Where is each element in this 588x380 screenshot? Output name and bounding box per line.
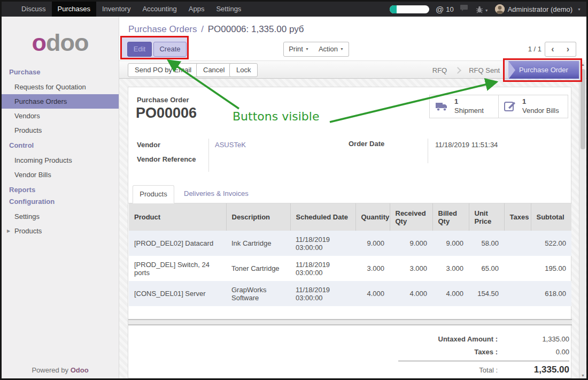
horizontal-scrollbar[interactable] (128, 319, 572, 325)
breadcrumb: Purchase Orders / PO00006: 1,335.00 руб (119, 17, 586, 35)
scrollbar-thumb[interactable] (581, 69, 585, 149)
scroll-down-icon[interactable]: ▼ (579, 374, 586, 377)
sidebar-item-settings[interactable]: Settings (2, 209, 119, 224)
sidebar-item-requests-for-quotation[interactable]: Requests for Quotation (2, 80, 119, 94)
col-description[interactable]: Description (226, 203, 290, 231)
vendor-label: Vendor (137, 141, 160, 149)
control-panel: Edit Create Print▼ Action▼ 1 / 1 ‹ › (119, 35, 586, 58)
cell-quantity: 4.000 (355, 281, 390, 306)
sidebar-section-purchase: Purchase (2, 64, 119, 80)
cell-product: [CONS_DEL01] Server (129, 281, 226, 306)
vertical-scrollbar[interactable]: ▲ ▼ (579, 62, 586, 378)
messages-icon[interactable] (460, 4, 469, 14)
sidebar-item-products[interactable]: Products (2, 123, 119, 138)
pager-value: 1 / 1 (517, 45, 541, 53)
table-row[interactable]: [PROD_DEL02] Datacard Ink Cartridge 11/1… (129, 231, 571, 256)
cell-product: [PROD_DEL02] Datacard (129, 231, 226, 256)
edit-note-icon (504, 101, 517, 112)
field-separator (428, 139, 428, 163)
status-rfq-sent[interactable]: RFQ Sent (461, 66, 507, 74)
table-header-row: Product Description Scheduled Date Quant… (129, 203, 571, 231)
table-row[interactable]: [CONS_DEL01] Server GrapWorks Software 1… (129, 281, 571, 306)
vendor-bills-stat-button[interactable]: 1Vendor Bills (499, 95, 568, 118)
edit-button[interactable]: Edit (127, 42, 152, 57)
col-scheduled-date[interactable]: Scheduled Date (290, 203, 355, 231)
shipment-count: 1 (454, 97, 484, 107)
sidebar-item-incoming-products[interactable]: Incoming Products (2, 153, 119, 168)
user-menu[interactable]: Administrator (demo) ▼ (495, 4, 581, 14)
nav-inventory[interactable]: Inventory (96, 2, 136, 17)
sidebar-item-purchase-orders[interactable]: Purchase Orders (2, 94, 119, 109)
expander-icon[interactable]: ▶ (7, 229, 10, 233)
nav-accounting[interactable]: Accounting (136, 2, 182, 17)
cell-scheduled-date: 11/18/2019 03:00:00 (290, 281, 355, 306)
taxes-value: 0.00 (510, 348, 569, 356)
cell-taxes (504, 231, 531, 256)
cell-scheduled-date: 11/18/2019 03:00:00 (290, 256, 355, 281)
col-billed-qty[interactable]: Billed Qty (432, 203, 469, 231)
odoo-app: Discuss Purchases Inventory Accounting A… (2, 2, 586, 378)
status-purchase-order[interactable]: Purchase Order (508, 61, 579, 79)
breadcrumb-separator: / (199, 24, 205, 34)
scroll-up-icon[interactable]: ▲ (579, 63, 586, 66)
cell-billed-qty: 4.000 (432, 281, 469, 306)
mention-icon: @ (436, 5, 444, 14)
tab-products[interactable]: Products (133, 185, 174, 203)
col-subtotal[interactable]: Subtotal (531, 203, 571, 231)
nav-purchases[interactable]: Purchases (52, 2, 96, 17)
vendor-value[interactable]: ASUSTeK (215, 141, 246, 149)
untaxed-amount-label: Untaxed Amount : (374, 335, 510, 343)
sidebar-item-vendors[interactable]: Vendors (2, 109, 119, 123)
breadcrumb-parent[interactable]: Purchase Orders (128, 24, 197, 34)
col-unit-price[interactable]: Unit Price (469, 203, 504, 231)
cell-unit-price: 65.00 (469, 256, 504, 281)
col-quantity[interactable]: Quantity (355, 203, 390, 231)
vendor-bills-label: Vendor Bills (522, 107, 559, 116)
action-dropdown[interactable]: Action▼ (314, 42, 349, 57)
sidebar-section-reports[interactable]: Reports (2, 182, 119, 197)
send-po-by-email-button[interactable]: Send PO by Email (128, 63, 198, 77)
pager-next-button[interactable]: › (560, 42, 576, 57)
sidebar-item-vendor-bills[interactable]: Vendor Bills (2, 168, 119, 182)
vendor-bills-count: 1 (522, 97, 559, 107)
print-label: Print (289, 45, 303, 53)
nav-settings[interactable]: Settings (210, 2, 247, 17)
shipment-stat-button[interactable]: 1Shipment (429, 95, 499, 118)
truck-icon (435, 101, 449, 112)
form-view: Purchase Order PO00006 1Shipment 1Vendor… (119, 79, 586, 378)
totals-divider (398, 361, 569, 361)
col-product[interactable]: Product (129, 203, 226, 231)
powered-by-text: Powered by (32, 366, 68, 374)
cell-billed-qty: 3.000 (432, 256, 469, 281)
pager-previous-button[interactable]: ‹ (545, 42, 561, 57)
shipment-label: Shipment (454, 107, 484, 116)
form-sheet: Purchase Order PO00006 1Shipment 1Vendor… (128, 87, 571, 378)
cancel-button[interactable]: Cancel (196, 63, 231, 77)
cell-scheduled-date: 11/18/2019 03:00:00 (290, 231, 355, 256)
screenshot-frame: Discuss Purchases Inventory Accounting A… (0, 0, 588, 380)
nav-discuss[interactable]: Discuss (16, 2, 52, 17)
cell-description: Ink Cartridge (226, 231, 290, 256)
cell-product: [PROD_DEL] Switch, 24 ports (129, 256, 226, 281)
lock-button[interactable]: Lock (229, 63, 258, 77)
col-received-qty[interactable]: Received Qty (390, 203, 432, 231)
sidebar-item-config-products[interactable]: ▶Products (2, 224, 119, 238)
total-value: 1,335.00 (510, 364, 569, 375)
tab-deliveries-invoices[interactable]: Deliveries & Invoices (184, 185, 249, 203)
debug-menu[interactable]: ▼ (476, 4, 489, 14)
odoo-brand-link[interactable]: Odoo (71, 366, 89, 374)
col-taxes[interactable]: Taxes (504, 203, 531, 231)
status-rfq[interactable]: RFQ (425, 66, 454, 74)
cell-subtotal: 522.00 (531, 231, 571, 256)
sidebar-item-label: Products (14, 227, 42, 235)
nav-apps[interactable]: Apps (183, 2, 211, 17)
table-row[interactable]: [PROD_DEL] Switch, 24 ports Toner Cartri… (129, 256, 571, 281)
cell-description: GrapWorks Software (226, 281, 290, 306)
create-button[interactable]: Create (153, 42, 187, 57)
stat-buttons: 1Shipment 1Vendor Bills (429, 95, 568, 118)
cell-received-qty: 9.000 (390, 231, 432, 256)
cell-taxes (504, 281, 531, 306)
print-dropdown[interactable]: Print▼ (283, 42, 314, 57)
mention-count: 10 (446, 5, 453, 13)
mention-counter[interactable]: @ 10 (436, 5, 454, 14)
